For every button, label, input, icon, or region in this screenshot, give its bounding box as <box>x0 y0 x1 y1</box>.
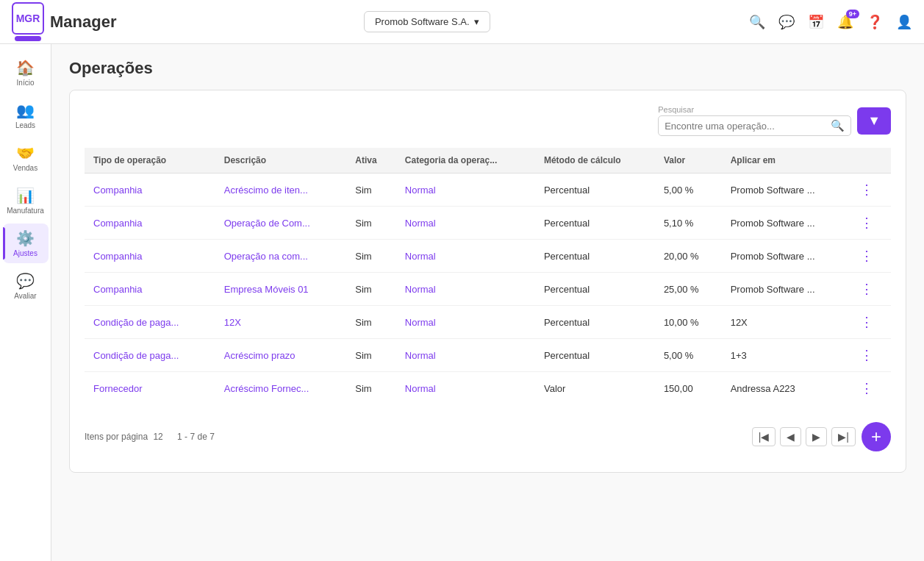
cell-menu[interactable]: ⋮ <box>851 174 892 207</box>
row-menu-icon[interactable]: ⋮ <box>860 381 874 396</box>
cell-aplicar: Andressa A223 <box>722 372 851 405</box>
filter-button[interactable]: ▼ <box>857 107 891 135</box>
cell-categoria[interactable]: Normal <box>396 207 535 240</box>
cell-menu[interactable]: ⋮ <box>851 240 892 273</box>
cell-metodo: Percentual <box>535 339 655 372</box>
ajustes-icon: ⚙️ <box>16 229 35 247</box>
cell-descricao[interactable]: Operação de Com... <box>215 207 347 240</box>
sidebar-item-ajustes[interactable]: ⚙️ Ajustes <box>3 224 49 263</box>
cell-valor: 5,00 % <box>655 174 722 207</box>
cell-ativa: Sim <box>346 273 396 306</box>
cell-ativa: Sim <box>346 306 396 339</box>
cell-ativa: Sim <box>346 372 396 405</box>
sidebar: 🏠 Início 👥 Leads 🤝 Vendas 📊 Manufatura ⚙… <box>0 44 51 561</box>
cell-tipo[interactable]: Fornecedor <box>85 372 215 405</box>
topbar: MGR Manager Promob Software S.A. ▾ 🔍 💬 📅… <box>0 0 924 44</box>
add-operation-button[interactable]: + <box>862 422 891 451</box>
cell-categoria[interactable]: Normal <box>396 273 535 306</box>
cell-aplicar: Promob Software ... <box>722 207 851 240</box>
cell-menu[interactable]: ⋮ <box>851 207 892 240</box>
cell-tipo[interactable]: Companhia <box>85 207 215 240</box>
row-menu-icon[interactable]: ⋮ <box>860 215 874 230</box>
sidebar-item-avaliar[interactable]: 💬 Avaliar <box>3 266 49 306</box>
last-page-button[interactable]: ▶| <box>831 427 856 446</box>
sidebar-item-inicio[interactable]: 🏠 Início <box>3 53 49 93</box>
cell-menu[interactable]: ⋮ <box>851 306 892 339</box>
row-menu-icon[interactable]: ⋮ <box>860 348 874 362</box>
first-page-button[interactable]: |◀ <box>752 427 776 446</box>
cell-tipo[interactable]: Condição de paga... <box>85 306 215 339</box>
cell-tipo[interactable]: Companhia <box>85 174 215 207</box>
row-menu-icon[interactable]: ⋮ <box>860 282 874 296</box>
sidebar-label-vendas: Vendas <box>13 164 37 172</box>
search-icon-btn[interactable]: 🔍 <box>749 14 765 30</box>
topbar-icons: 🔍 💬 📅 🔔 9+ ❓ 👤 <box>749 14 912 30</box>
leads-icon: 👥 <box>16 101 35 119</box>
row-menu-icon[interactable]: ⋮ <box>860 182 874 197</box>
logo-text: MGR <box>16 12 40 24</box>
manufatura-icon: 📊 <box>16 187 35 204</box>
layout: 🏠 Início 👥 Leads 🤝 Vendas 📊 Manufatura ⚙… <box>0 44 924 561</box>
row-menu-icon[interactable]: ⋮ <box>860 249 874 263</box>
operations-card: Pesquisar 🔍 ▼ Tipo de operação Descrição… <box>69 90 906 473</box>
cell-menu[interactable]: ⋮ <box>851 273 892 306</box>
cell-aplicar: Promob Software ... <box>722 174 851 207</box>
cell-categoria[interactable]: Normal <box>396 306 535 339</box>
col-descricao: Descrição <box>215 148 347 174</box>
cell-metodo: Percentual <box>535 306 655 339</box>
cell-categoria[interactable]: Normal <box>396 372 535 405</box>
cell-descricao[interactable]: Operação na com... <box>215 240 347 273</box>
cell-descricao[interactable]: 12X <box>215 306 347 339</box>
logo-box: MGR <box>12 2 44 35</box>
cell-aplicar: Promob Software ... <box>722 273 851 306</box>
cell-categoria[interactable]: Normal <box>396 240 535 273</box>
cell-categoria[interactable]: Normal <box>396 174 535 207</box>
cell-descricao[interactable]: Acréscimo prazo <box>215 339 347 372</box>
prev-page-button[interactable]: ◀ <box>780 427 801 446</box>
pagination-right: |◀ ◀ ▶ ▶| + <box>752 422 891 451</box>
cell-menu[interactable]: ⋮ <box>851 372 892 405</box>
cell-categoria[interactable]: Normal <box>396 339 535 372</box>
sidebar-label-inicio: Início <box>17 79 35 87</box>
cell-ativa: Sim <box>346 174 396 207</box>
sidebar-item-manufatura[interactable]: 📊 Manufatura <box>3 181 49 221</box>
pagination-info: Itens por página 12 1 - 7 de 7 <box>85 432 215 442</box>
table-row: Companhia Operação na com... Sim Normal … <box>85 240 891 273</box>
sidebar-label-leads: Leads <box>15 121 35 129</box>
table-header: Tipo de operação Descrição Ativa Categor… <box>85 148 891 174</box>
col-valor: Valor <box>655 148 722 174</box>
cell-tipo[interactable]: Companhia <box>85 273 215 306</box>
chat-icon-btn[interactable]: 💬 <box>778 14 795 30</box>
page-title: Operações <box>69 59 906 78</box>
sidebar-item-leads[interactable]: 👥 Leads <box>3 96 49 135</box>
cell-descricao[interactable]: Acréscimo de iten... <box>215 174 347 207</box>
company-selector[interactable]: Promob Software S.A. ▾ <box>364 11 490 32</box>
sidebar-item-vendas[interactable]: 🤝 Vendas <box>3 138 49 178</box>
table-row: Companhia Operação de Com... Sim Normal … <box>85 207 891 240</box>
cell-valor: 20,00 % <box>655 240 722 273</box>
next-page-button[interactable]: ▶ <box>806 427 827 446</box>
cell-metodo: Percentual <box>535 207 655 240</box>
cell-aplicar: Promob Software ... <box>722 240 851 273</box>
calendar-icon-btn[interactable]: 📅 <box>808 14 824 30</box>
sidebar-label-ajustes: Ajustes <box>13 249 37 257</box>
help-icon-btn[interactable]: ❓ <box>867 14 883 30</box>
cell-ativa: Sim <box>346 207 396 240</box>
active-indicator <box>3 227 5 259</box>
search-icon[interactable]: 🔍 <box>831 119 845 132</box>
table-body: Companhia Acréscimo de iten... Sim Norma… <box>85 174 891 405</box>
cell-tipo[interactable]: Companhia <box>85 240 215 273</box>
sidebar-label-manufatura: Manufatura <box>7 207 44 215</box>
bell-icon-btn[interactable]: 🔔 9+ <box>837 14 853 30</box>
cell-descricao[interactable]: Acréscimo Fornec... <box>215 372 347 405</box>
cell-descricao[interactable]: Empresa Móveis 01 <box>215 273 347 306</box>
cell-valor: 25,00 % <box>655 273 722 306</box>
search-input[interactable] <box>665 121 826 132</box>
cell-tipo[interactable]: Condição de paga... <box>85 339 215 372</box>
logo-wrapper: MGR <box>12 2 44 41</box>
col-metodo: Método de cálculo <box>535 148 655 174</box>
user-icon-btn[interactable]: 👤 <box>896 14 912 30</box>
cell-aplicar: 1+3 <box>722 339 851 372</box>
row-menu-icon[interactable]: ⋮ <box>860 315 874 329</box>
cell-menu[interactable]: ⋮ <box>851 339 892 372</box>
